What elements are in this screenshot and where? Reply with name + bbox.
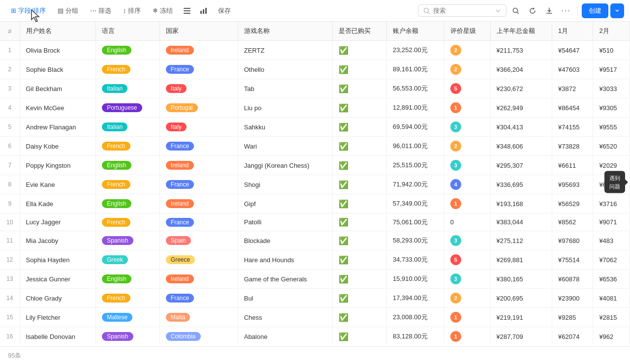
col-balance[interactable]: 账户余额: [386, 22, 444, 41]
cell-h1: ¥193,168: [490, 194, 552, 213]
table-row[interactable]: 14 Chloe Grady French France Bul ✅ 17,39…: [0, 289, 630, 308]
table-row[interactable]: 1 Olivia Brock English Ireland ZERTZ ✅ 2…: [0, 41, 630, 60]
cell-name: Andrew Flanagan: [20, 118, 96, 137]
cell-balance: 83,128.00元: [386, 327, 444, 345]
cell-bought: ✅: [333, 98, 387, 118]
create-dropdown-button[interactable]: [610, 3, 624, 18]
group-button[interactable]: ▤ 分组: [53, 4, 83, 17]
check-icon: ✅: [339, 313, 348, 322]
table-row[interactable]: 6 Daisy Kobe French France Wari ✅ 96,011…: [0, 137, 630, 156]
check-icon: ✅: [339, 142, 348, 151]
col-h1[interactable]: 上半年总金额: [490, 22, 552, 41]
cell-num: 2: [0, 60, 20, 79]
col-country[interactable]: 国家: [159, 22, 238, 41]
lang-badge: French: [102, 180, 130, 189]
table-row[interactable]: 8 Evie Kane French France Shogi ✅ 71,942…: [0, 175, 630, 194]
table-row[interactable]: 7 Poppy Kingston English Ireland Janggi …: [0, 156, 630, 175]
lang-badge: Greek: [102, 255, 128, 264]
col-m1[interactable]: 1月: [552, 22, 593, 41]
country-badge: France: [166, 65, 194, 74]
table-row[interactable]: 2 Sophie Black French France Othello ✅ 8…: [0, 60, 630, 79]
search-input[interactable]: [433, 7, 492, 14]
help-tooltip[interactable]: 遇到 问题: [604, 171, 625, 193]
cell-name: Chloe Grady: [20, 289, 96, 308]
cell-bought: ✅: [333, 79, 387, 98]
table-row[interactable]: 9 Ella Kade English Ireland Gipf ✅ 57,34…: [0, 194, 630, 213]
create-button[interactable]: 创建: [582, 3, 608, 18]
cell-lang: Italian: [96, 118, 160, 137]
cell-country: France: [159, 60, 238, 79]
cell-h1: ¥380,165: [490, 270, 552, 289]
table-row[interactable]: 3 Gil Beckham Italian Italy Tab ✅ 56,553…: [0, 79, 630, 98]
col-lang[interactable]: 语言: [96, 22, 160, 41]
table-container[interactable]: # 用户姓名 语言 国家 游戏名称 是否已购买 账户余额 评价星级 上半年总金额…: [0, 22, 630, 344]
table-row[interactable]: 12 Sophia Hayden Greek Greece Hare and H…: [0, 250, 630, 270]
country-badge: Ireland: [166, 274, 194, 283]
table-row[interactable]: 15 Lily Fletcher Maltese Malta Chess ✅ 2…: [0, 308, 630, 327]
sort-button[interactable]: ↕ 排序: [118, 4, 146, 17]
cell-m2: ¥3716: [593, 194, 630, 213]
lang-badge: Spanish: [102, 332, 133, 341]
field-sort-button[interactable]: ⊞ 字段/排序: [6, 4, 51, 17]
table-row[interactable]: 13 Jessica Gunner English Ireland Game o…: [0, 270, 630, 289]
table-row[interactable]: 16 Isabelle Donovan Spanish Colombia Aba…: [0, 327, 630, 345]
check-icon: ✅: [339, 123, 348, 131]
svg-point-8: [513, 8, 518, 12]
table-row[interactable]: 10 Lucy Jagger French France Patolli ✅ 7…: [0, 213, 630, 231]
table-row[interactable]: 11 Mia Jacoby Spanish Spain Blockade ✅ 5…: [0, 231, 630, 250]
cell-game: Hare and Hounds: [238, 250, 333, 270]
cell-star: 0: [444, 213, 490, 231]
table-row[interactable]: 5 Andrew Flanagan Italian Italy Sahkku ✅…: [0, 118, 630, 137]
star-badge: 4: [450, 179, 461, 190]
check-icon: ✅: [339, 218, 348, 226]
cell-balance: 69,594.00元: [386, 118, 444, 137]
cell-star: 5: [444, 250, 490, 270]
check-icon: ✅: [339, 294, 348, 303]
cell-m1: ¥86454: [552, 98, 593, 118]
lang-badge: French: [102, 65, 130, 74]
star-badge: 1: [450, 331, 461, 342]
cell-bought: ✅: [333, 60, 387, 79]
filter-icon: ⋯: [90, 7, 96, 14]
cell-star: 2: [444, 41, 490, 60]
cell-star: 2: [444, 137, 490, 156]
search-dropdown-icon[interactable]: [495, 8, 501, 14]
cell-star: 4: [444, 175, 490, 194]
cell-name: Sophia Hayden: [20, 250, 96, 270]
col-star[interactable]: 评价星级: [444, 22, 490, 41]
country-badge: Malta: [166, 313, 190, 322]
more-button[interactable]: ···: [559, 3, 573, 18]
country-badge: France: [166, 294, 194, 303]
download-button[interactable]: [542, 3, 557, 18]
table-row[interactable]: 4 Kevin McGee Portuguese Portugal Liu po…: [0, 98, 630, 118]
cell-bought: ✅: [333, 41, 387, 60]
col-game[interactable]: 游戏名称: [238, 22, 333, 41]
cell-name: Kevin McGee: [20, 98, 96, 118]
cell-bought: ✅: [333, 118, 387, 137]
country-badge: Ireland: [166, 46, 194, 55]
cell-country: Greece: [159, 250, 238, 270]
cell-game: Chess: [238, 308, 333, 327]
col-name[interactable]: 用户姓名: [20, 22, 96, 41]
col-m2[interactable]: 2月: [593, 22, 630, 41]
country-badge: Spain: [166, 236, 191, 245]
chart-button[interactable]: [196, 3, 211, 18]
save-button[interactable]: 保存: [213, 4, 236, 17]
star-badge: 5: [450, 83, 461, 94]
star-badge: 1: [450, 312, 461, 323]
cell-m2: ¥2815: [593, 308, 630, 327]
filter-button[interactable]: ⋯ 筛选: [85, 4, 116, 17]
field-label: 字段/排序: [18, 6, 46, 15]
freeze-button[interactable]: ❄ 冻结: [148, 4, 178, 17]
cell-name: Poppy Kingston: [20, 156, 96, 175]
col-bought[interactable]: 是否已购买: [333, 22, 387, 41]
refresh-button[interactable]: [525, 3, 540, 18]
sort-icon: ↕: [123, 7, 126, 14]
cell-star: 1: [444, 194, 490, 213]
cell-h1: ¥275,112: [490, 231, 552, 250]
cell-m2: ¥9071: [593, 213, 630, 231]
cell-h1: ¥336,695: [490, 175, 552, 194]
lang-badge: French: [102, 142, 130, 151]
row-height-button[interactable]: [180, 3, 194, 18]
search-expand-button[interactable]: [508, 3, 523, 18]
